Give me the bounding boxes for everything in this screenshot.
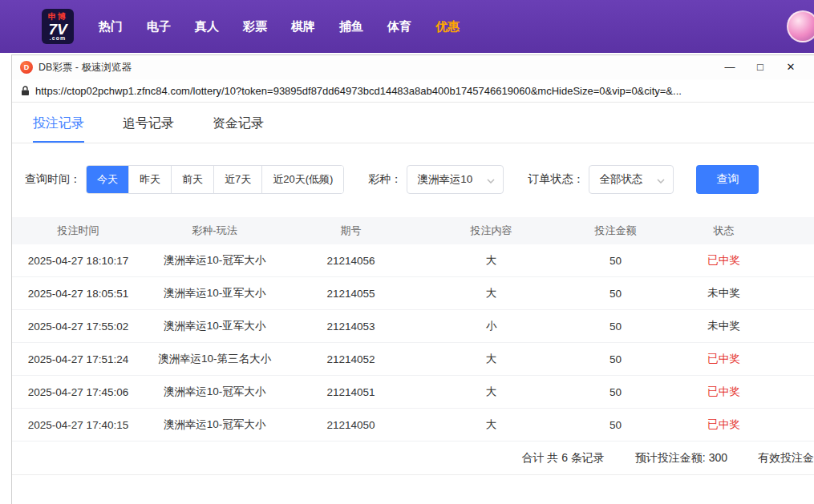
status-badge: 已中奖 bbox=[666, 253, 782, 268]
window-titlebar: D DB彩票 - 极速浏览器 — □ ✕ bbox=[12, 55, 814, 79]
col-header-amount: 投注金额 bbox=[565, 224, 666, 238]
cell-issue: 21214056 bbox=[285, 255, 417, 267]
time-20days-button[interactable]: 近20天(低频) bbox=[262, 166, 343, 193]
cell-game: 澳洲幸运10-亚军大小 bbox=[144, 319, 285, 333]
user-avatar[interactable] bbox=[787, 10, 814, 42]
time-range-group: 今天 昨天 前天 近7天 近20天(低频) bbox=[86, 165, 344, 194]
cell-issue: 21214051 bbox=[285, 386, 417, 398]
cell-content: 大 bbox=[417, 253, 565, 268]
address-url[interactable]: https://ctop02pchwp1.zfnc84.com/lottery/… bbox=[35, 85, 682, 97]
search-button[interactable]: 查询 bbox=[696, 165, 759, 194]
table-row: 2025-04-27 18:10:17 澳洲幸运10-冠军大小 21214056… bbox=[12, 244, 814, 277]
table-row: 2025-04-27 17:40:15 澳洲幸运10-冠军大小 21214050… bbox=[12, 409, 814, 442]
nav-item-cards[interactable]: 棋牌 bbox=[279, 13, 327, 41]
time-today-button[interactable]: 今天 bbox=[87, 166, 129, 193]
site-logo[interactable]: 申博 7V .com bbox=[42, 9, 74, 44]
cell-content: 大 bbox=[417, 286, 565, 300]
chevron-down-icon bbox=[487, 174, 495, 186]
time-daybefore-button[interactable]: 前天 bbox=[172, 166, 214, 193]
cell-time: 2025-04-27 17:40:15 bbox=[12, 419, 144, 431]
cell-issue: 21214050 bbox=[285, 419, 417, 431]
record-tabs: 投注记录 追号记录 资金记录 bbox=[12, 103, 814, 143]
cell-time: 2025-04-27 17:45:06 bbox=[12, 386, 144, 398]
valid-amount: 有效投注金 bbox=[758, 451, 814, 466]
cell-amount: 50 bbox=[565, 321, 666, 333]
table-row: 2025-04-27 17:45:06 澳洲幸运10-冠军大小 21214051… bbox=[12, 376, 814, 409]
cell-game: 澳洲幸运10-冠军大小 bbox=[144, 385, 285, 399]
cell-content: 大 bbox=[417, 352, 565, 366]
order-status-select[interactable]: 全部状态 bbox=[589, 165, 674, 194]
cell-amount: 50 bbox=[565, 288, 666, 300]
cell-time: 2025-04-27 17:51:24 bbox=[12, 353, 144, 365]
filter-bar: 查询时间： 今天 昨天 前天 近7天 近20天(低频) 彩种： 澳洲幸运10 订… bbox=[12, 143, 814, 217]
status-badge: 已中奖 bbox=[666, 417, 782, 432]
cell-content: 大 bbox=[417, 417, 565, 432]
main-nav: 热门 电子 真人 彩票 棋牌 捕鱼 体育 优惠 bbox=[87, 13, 472, 41]
col-header-issue: 期号 bbox=[285, 224, 417, 238]
close-button[interactable]: ✕ bbox=[776, 55, 806, 79]
nav-item-fishing[interactable]: 捕鱼 bbox=[327, 13, 375, 41]
time-filter-label: 查询时间： bbox=[25, 172, 81, 187]
cell-game: 澳洲幸运10-亚军大小 bbox=[144, 286, 285, 300]
expected-amount: 预计投注金额: 300 bbox=[635, 451, 727, 466]
summary-bar: 合计 共 6 条记录 预计投注金额: 300 有效投注金 bbox=[12, 442, 814, 475]
col-header-time: 投注时间 bbox=[12, 224, 144, 238]
tab-bet-records[interactable]: 投注记录 bbox=[33, 115, 84, 143]
status-badge: 已中奖 bbox=[666, 385, 782, 399]
maximize-button[interactable]: □ bbox=[745, 55, 776, 79]
total-records: 合计 共 6 条记录 bbox=[521, 451, 604, 466]
table-row: 2025-04-27 18:05:51 澳洲幸运10-亚军大小 21214055… bbox=[12, 277, 814, 310]
cell-game: 澳洲幸运10-冠军大小 bbox=[144, 417, 285, 432]
cell-issue: 21214052 bbox=[285, 353, 417, 365]
nav-item-slots[interactable]: 电子 bbox=[135, 13, 183, 41]
browser-window: D DB彩票 - 极速浏览器 — □ ✕ https://ctop02pchwp… bbox=[11, 54, 814, 504]
address-bar: https://ctop02pchwp1.zfnc84.com/lottery/… bbox=[12, 79, 814, 103]
window-title: DB彩票 - 极速浏览器 bbox=[38, 61, 132, 75]
site-logo-domain: .com bbox=[48, 36, 67, 41]
cell-time: 2025-04-27 17:55:02 bbox=[12, 321, 144, 333]
status-filter-label: 订单状态： bbox=[528, 172, 584, 187]
cell-game: 澳洲幸运10-第三名大小 bbox=[144, 352, 285, 366]
cell-amount: 50 bbox=[565, 419, 666, 431]
browser-app-icon: D bbox=[20, 61, 33, 74]
nav-item-promos[interactable]: 优惠 bbox=[423, 13, 472, 41]
lottery-filter-label: 彩种： bbox=[368, 172, 402, 187]
time-7days-button[interactable]: 近7天 bbox=[214, 166, 262, 193]
nav-item-hot[interactable]: 热门 bbox=[87, 13, 135, 41]
status-badge: 未中奖 bbox=[666, 319, 782, 333]
cell-content: 大 bbox=[417, 385, 565, 399]
nav-item-sports[interactable]: 体育 bbox=[375, 13, 423, 41]
chevron-down-icon bbox=[657, 174, 665, 186]
lock-icon[interactable] bbox=[21, 86, 30, 96]
window-controls: — □ ✕ bbox=[715, 55, 806, 79]
status-badge: 已中奖 bbox=[666, 352, 782, 366]
table-row: 2025-04-27 17:51:24 澳洲幸运10-第三名大小 2121405… bbox=[12, 343, 814, 376]
cell-time: 2025-04-27 18:10:17 bbox=[12, 255, 144, 267]
cell-game: 澳洲幸运10-冠军大小 bbox=[144, 253, 285, 268]
cell-issue: 21214053 bbox=[285, 321, 417, 333]
cell-issue: 21214055 bbox=[285, 288, 417, 300]
col-header-status: 状态 bbox=[666, 224, 782, 238]
nav-item-lottery[interactable]: 彩票 bbox=[231, 13, 279, 41]
site-header: 申博 7V .com 热门 电子 真人 彩票 棋牌 捕鱼 体育 优惠 bbox=[0, 0, 814, 53]
time-yesterday-button[interactable]: 昨天 bbox=[129, 166, 172, 193]
nav-item-live[interactable]: 真人 bbox=[183, 13, 231, 41]
tab-fund-records[interactable]: 资金记录 bbox=[213, 115, 264, 143]
lottery-select[interactable]: 澳洲幸运10 bbox=[407, 165, 504, 194]
table-header: 投注时间 彩种-玩法 期号 投注内容 投注金额 状态 bbox=[12, 217, 814, 244]
tab-chase-records[interactable]: 追号记录 bbox=[123, 115, 174, 143]
table-row: 2025-04-27 17:55:02 澳洲幸运10-亚军大小 21214053… bbox=[12, 310, 814, 343]
cell-amount: 50 bbox=[565, 386, 666, 398]
col-header-content: 投注内容 bbox=[417, 224, 565, 238]
cell-amount: 50 bbox=[565, 255, 666, 267]
minimize-button[interactable]: — bbox=[715, 55, 745, 79]
order-status-value: 全部状态 bbox=[599, 172, 642, 187]
cell-amount: 50 bbox=[565, 353, 666, 365]
status-badge: 未中奖 bbox=[666, 286, 782, 300]
col-header-game: 彩种-玩法 bbox=[144, 224, 285, 238]
lottery-select-value: 澳洲幸运10 bbox=[417, 172, 472, 187]
cell-content: 小 bbox=[417, 319, 565, 333]
cell-time: 2025-04-27 18:05:51 bbox=[12, 288, 144, 300]
